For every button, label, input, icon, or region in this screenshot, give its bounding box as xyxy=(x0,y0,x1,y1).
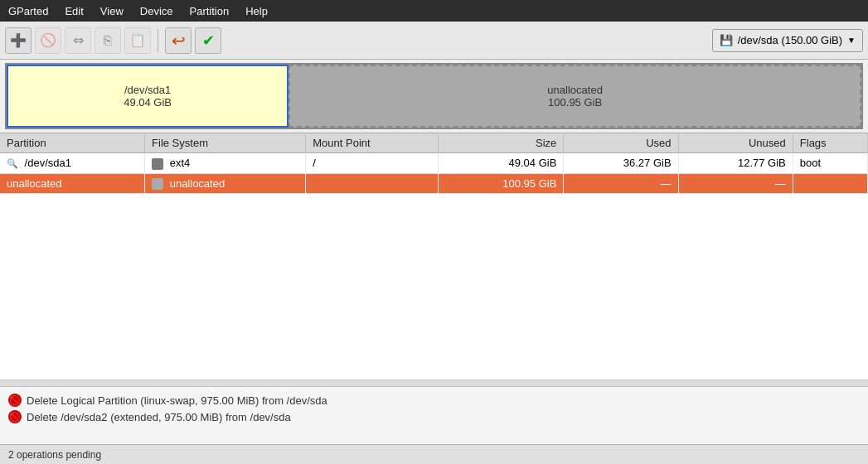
toolbar-separator-1 xyxy=(158,29,158,52)
table-row[interactable]: unallocated unallocated 100.95 GiB — — xyxy=(0,173,868,194)
col-flags: Flags xyxy=(793,133,867,153)
col-partition: Partition xyxy=(0,133,145,153)
col-used: Used xyxy=(564,133,678,153)
menu-help[interactable]: Help xyxy=(242,3,271,19)
cell-flags-0: boot xyxy=(793,153,867,174)
main-area xyxy=(0,194,868,379)
menu-gparted[interactable]: GParted xyxy=(5,3,51,19)
log-text-1: Delete Logical Partition (linux-swap, 97… xyxy=(27,394,327,407)
paste-button[interactable]: 📋 xyxy=(124,27,151,54)
partition-sda1-label: /dev/sda1 xyxy=(124,84,171,96)
device-icon: 💾 xyxy=(720,34,733,46)
cell-used-0: 36.27 GiB xyxy=(564,153,678,174)
log-text-2: Delete /dev/sda2 (extended, 975.00 MiB) … xyxy=(27,411,291,423)
cell-filesystem-1: unallocated xyxy=(145,173,306,194)
new-button[interactable]: ➕ xyxy=(5,27,32,54)
log-area: 🚫 Delete Logical Partition (linux-swap, … xyxy=(0,386,868,444)
cell-mountpoint-1 xyxy=(306,173,439,194)
cell-filesystem-0: ext4 xyxy=(145,153,306,174)
resize-button[interactable]: ⇔ xyxy=(65,27,91,54)
table-header-row: Partition File System Mount Point Size U… xyxy=(0,133,868,153)
chevron-down-icon: ▼ xyxy=(847,36,856,45)
table-row[interactable]: 🔍 /dev/sda1 ext4 / 49.04 GiB 36.27 GiB 1… xyxy=(0,153,868,174)
cell-flags-1 xyxy=(793,173,867,194)
col-mountpoint: Mount Point xyxy=(306,133,439,153)
status-text: 2 operations pending xyxy=(8,449,101,461)
cell-unused-1: — xyxy=(678,173,793,194)
menu-edit[interactable]: Edit xyxy=(61,3,86,19)
delete-button[interactable]: 🚫 xyxy=(35,27,61,54)
partition-sda1-size: 49.04 GiB xyxy=(124,96,172,109)
log-entry-1: 🚫 Delete Logical Partition (linux-swap, … xyxy=(8,392,860,408)
cell-partition-0: 🔍 /dev/sda1 xyxy=(0,153,145,174)
log-entry-2: 🚫 Delete /dev/sda2 (extended, 975.00 MiB… xyxy=(8,408,860,425)
menubar: GParted Edit View Device Partition Help xyxy=(0,0,868,22)
disk-partition-unallocated[interactable]: unallocated 100.95 GiB xyxy=(289,65,861,128)
col-unused: Unused xyxy=(678,133,793,153)
cell-used-1: — xyxy=(564,173,678,194)
scrollbar[interactable] xyxy=(0,379,868,386)
fs-icon-0 xyxy=(152,158,163,170)
apply-button[interactable]: ✔ xyxy=(195,27,221,54)
partition-unallocated-size: 100.95 GiB xyxy=(548,96,602,109)
partition-table: Partition File System Mount Point Size U… xyxy=(0,133,868,194)
cell-size-0: 49.04 GiB xyxy=(438,153,564,174)
menu-partition[interactable]: Partition xyxy=(187,3,233,19)
statusbar: 2 operations pending xyxy=(0,444,868,464)
undo-button[interactable]: ↩ xyxy=(165,27,192,54)
menu-view[interactable]: View xyxy=(97,3,127,19)
toolbar: ➕ 🚫 ⇔ ⎘ 📋 ↩ ✔ 💾 /dev/sda (150.00 GiB) ▼ xyxy=(0,22,868,60)
disk-partition-sda1[interactable]: /dev/sda1 49.04 GiB xyxy=(7,65,289,128)
cell-unused-0: 12.77 GiB xyxy=(678,153,793,174)
col-filesystem: File System xyxy=(145,133,306,153)
col-size: Size xyxy=(438,133,564,153)
menu-device[interactable]: Device xyxy=(137,3,177,19)
cell-mountpoint-0: / xyxy=(306,153,439,174)
partition-unallocated-label: unallocated xyxy=(547,84,603,96)
log-icon-2: 🚫 xyxy=(8,410,22,423)
device-selector[interactable]: 💾 /dev/sda (150.00 GiB) ▼ xyxy=(712,29,863,52)
device-label: /dev/sda (150.00 GiB) xyxy=(738,34,842,46)
copy-button[interactable]: ⎘ xyxy=(95,27,121,54)
cell-partition-1: unallocated xyxy=(0,173,145,194)
log-icon-1: 🚫 xyxy=(8,394,22,407)
cell-size-1: 100.95 GiB xyxy=(438,173,564,194)
disk-visual: /dev/sda1 49.04 GiB unallocated 100.95 G… xyxy=(5,63,863,129)
fs-icon-1 xyxy=(152,178,163,190)
